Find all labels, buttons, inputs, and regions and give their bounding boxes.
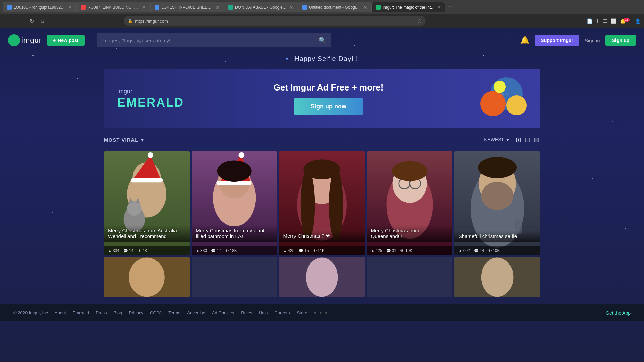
tab-untitled[interactable]: Untitled document - Google ... ✕	[298, 2, 372, 12]
tab-favicon	[155, 5, 159, 10]
svg-point-12	[148, 152, 153, 158]
new-post-label: New post	[58, 38, 78, 43]
tab-title: DON DATABASE - Google She...	[235, 5, 287, 10]
footer-link-privacy[interactable]: Privacy	[129, 310, 143, 315]
svg-point-4	[506, 95, 527, 115]
emerald-middle: Get Imgur Ad Free + more! Sign up now	[184, 82, 473, 115]
tab-close-icon[interactable]: ✕	[68, 5, 72, 10]
profile-icon[interactable]: 👤	[635, 18, 641, 24]
tab-close-icon[interactable]: ✕	[437, 5, 441, 10]
footer-link-careers[interactable]: Careers	[274, 310, 290, 315]
tab-close-icon[interactable]: ✕	[142, 5, 146, 10]
comments-count: 15	[304, 248, 309, 253]
bookmark-icon[interactable]: ☆	[417, 18, 422, 24]
image-card-7[interactable]	[192, 257, 277, 297]
svg-point-46	[306, 258, 338, 297]
tab-close-icon[interactable]: ✕	[289, 5, 293, 10]
eye-icon: 👁	[400, 249, 404, 253]
image-card-2[interactable]: Merry Christmas from my plant filled bat…	[192, 151, 277, 255]
tab-close-icon[interactable]: ✕	[216, 5, 220, 10]
footer-link-terms[interactable]: Terms	[168, 310, 180, 315]
image-card-5[interactable]: Shamefull christmas selfie ▲ 602 💬 44 👁 …	[454, 151, 540, 255]
support-imgur-button[interactable]: Support Imgur	[535, 35, 579, 46]
comments-stat: 💬 15	[299, 248, 309, 253]
new-tab-button[interactable]: +	[445, 4, 455, 10]
arrow-up-icon: ▲	[108, 249, 112, 253]
image-card-3[interactable]: Merry Christmas ? ❤ ▲ 425 💬 15 👁 11K	[279, 151, 365, 255]
arrow-up-icon: ▲	[459, 249, 462, 253]
tab-don[interactable]: DON DATABASE - Google She... ✕	[224, 2, 298, 12]
footer-link-blog[interactable]: Blog	[113, 310, 122, 315]
large-grid-view-button[interactable]: ⊞	[515, 135, 522, 144]
card-stats-3: ▲ 425 💬 15 👁 11K	[279, 246, 365, 255]
small-grid-view-button[interactable]: ⊠	[533, 135, 540, 144]
image-card-9[interactable]	[367, 257, 452, 297]
views-count: 18K	[230, 248, 237, 253]
downloads-icon[interactable]: ⬇	[596, 18, 600, 24]
card-stats-4: ▲ 425 💬 31 👁 10K	[367, 246, 452, 255]
address-bar[interactable]: 🔒 https://imgur.com ☆	[124, 16, 426, 26]
extensions-icon[interactable]: ⋯	[579, 18, 583, 24]
sign-in-link[interactable]: Sign in	[585, 38, 600, 43]
footer-more-dots[interactable]: • • •	[314, 309, 328, 317]
views-stat: 👁 10K	[400, 248, 412, 253]
get-the-app-link[interactable]: Get the App	[606, 310, 631, 316]
sign-up-button[interactable]: Sign up	[605, 35, 636, 46]
card-title-4: Merry Christmas from Queensland!!!	[367, 225, 452, 242]
emerald-banner: imgur EMERALD Get Imgur Ad Free + more! …	[104, 69, 540, 128]
footer-link-rules[interactable]: Rules	[241, 310, 252, 315]
back-button[interactable]: ←	[3, 17, 13, 25]
ups-stat: ▲ 330	[196, 248, 207, 253]
bookmarks-icon[interactable]: ☰	[603, 18, 607, 24]
svg-point-23	[217, 160, 252, 182]
copyright-text: © 2020 Imgur, Inc	[13, 310, 48, 315]
footer-link-help[interactable]: Help	[259, 310, 268, 315]
tab-imgur[interactable]: Imgur: The magic of the Inter... ✕	[372, 2, 445, 12]
search-button[interactable]: 🔍	[319, 37, 326, 44]
views-stat: 👁 4K	[138, 248, 147, 253]
arrow-up-icon: ▲	[371, 249, 375, 253]
footer-link-store[interactable]: Store	[297, 310, 307, 315]
newest-sort-button[interactable]: NEWEST ▼	[484, 137, 510, 142]
tab-close-icon[interactable]: ✕	[363, 5, 367, 10]
image-card-1[interactable]: Merry Christmas from Australia - Wendell…	[104, 151, 190, 255]
footer-link-about[interactable]: About	[55, 310, 66, 315]
chevron-down-icon: ▼	[140, 137, 145, 143]
ups-count: 334	[113, 248, 119, 253]
forward-button[interactable]: →	[15, 17, 25, 25]
image-card-10[interactable]	[454, 257, 540, 297]
notification-icon[interactable]: 🔔	[520, 36, 529, 45]
eye-icon: 👁	[138, 249, 141, 253]
tab-lo0106[interactable]: LO0106 - rohitgupta199321@... ✕	[3, 2, 76, 12]
image-card-4[interactable]: Merry Christmas from Queensland!!! ▲ 425…	[367, 151, 452, 255]
new-post-button[interactable]: + New post	[47, 35, 85, 46]
reader-icon[interactable]: 📄	[587, 18, 592, 24]
imgur-logo[interactable]: i imgur	[8, 34, 42, 46]
signup-now-button[interactable]: Sign up now	[294, 98, 363, 115]
image-card-8[interactable]	[279, 257, 365, 297]
partial-card-image-1	[104, 257, 190, 297]
image-card-6[interactable]	[104, 257, 190, 297]
image-grid: Merry Christmas from Australia - Wendell…	[104, 151, 540, 255]
medium-grid-view-button[interactable]: ⊟	[524, 135, 531, 144]
ups-count: 602	[463, 248, 470, 253]
footer-link-ccpa[interactable]: CCPA	[150, 310, 162, 315]
footer-link-ad-choices[interactable]: Ad Choices	[212, 310, 234, 315]
svg-point-40	[481, 182, 514, 210]
footer-link-emerald[interactable]: Emerald	[73, 310, 89, 315]
tab-lokesh[interactable]: LOKESH INVOICE SHEET - Go... ✕	[150, 2, 224, 12]
views-count: 10K	[405, 248, 412, 253]
footer-link-advertise[interactable]: Advertise	[187, 310, 205, 315]
screenshot-icon[interactable]: ⬜	[611, 18, 616, 24]
footer-link-press[interactable]: Press	[96, 310, 107, 315]
plus-icon: +	[53, 38, 56, 43]
most-viral-button[interactable]: MOST VIRAL ▼	[104, 137, 145, 143]
reload-button[interactable]: ↻	[28, 17, 36, 26]
search-input[interactable]	[102, 38, 315, 43]
tab-rg087[interactable]: RG087: LINK BUILDING: CB N... ✕	[76, 2, 150, 12]
mascot-illustration: GIF	[473, 77, 527, 120]
tab-title: Untitled document - Google ...	[309, 5, 361, 10]
home-button[interactable]: ⌂	[39, 17, 46, 25]
imgur-navbar: i imgur + New post 🔍 🔔 Support Imgur Sig…	[0, 28, 644, 52]
eye-icon: 👁	[225, 249, 229, 253]
